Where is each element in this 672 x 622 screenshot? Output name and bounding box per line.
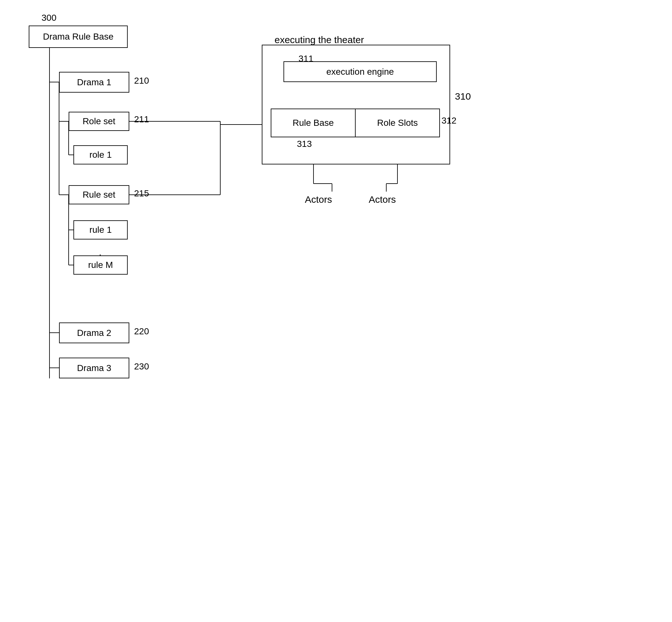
- rule-base-box: Rule Base: [271, 109, 356, 137]
- rule-set-box: Rule set: [69, 185, 129, 204]
- rule-base-roleslots-container: Rule Base Role Slots: [271, 109, 440, 137]
- ref-230: 230: [134, 361, 149, 372]
- drama3-label: Drama 3: [77, 363, 111, 373]
- role1-box: role 1: [73, 145, 128, 165]
- drama1-box: Drama 1: [59, 72, 129, 93]
- actors1-label: Actors: [305, 194, 332, 205]
- execution-engine-label: execution engine: [326, 67, 394, 77]
- executing-label: executing the theater: [275, 34, 364, 45]
- ref-300: 300: [41, 13, 57, 23]
- drama-rule-base-label: Drama Rule Base: [43, 32, 114, 42]
- rule-base-label: Rule Base: [292, 118, 333, 128]
- rule1-label: rule 1: [90, 225, 112, 235]
- rule-set-label: Rule set: [83, 190, 115, 200]
- role-slots-label: Role Slots: [377, 118, 418, 128]
- role-slots-box: Role Slots: [356, 109, 439, 137]
- execution-engine-box: execution engine: [283, 61, 437, 82]
- drama1-label: Drama 1: [77, 77, 111, 88]
- role1-label: role 1: [90, 150, 112, 160]
- ref-310: 310: [455, 91, 471, 102]
- ref-211: 211: [134, 114, 149, 125]
- ref-210: 210: [134, 76, 149, 86]
- ref-312: 312: [441, 115, 457, 126]
- rulem-box: rule M: [73, 255, 128, 275]
- ref-215: 215: [134, 188, 149, 199]
- actors2-label: Actors: [369, 194, 396, 205]
- role-set-label: Role set: [83, 116, 115, 127]
- diagram: 300 executing the theater Drama Rule Bas…: [0, 0, 672, 622]
- ref-220: 220: [134, 326, 149, 337]
- drama3-box: Drama 3: [59, 358, 129, 378]
- ref-313: 313: [297, 139, 312, 149]
- drama2-label: Drama 2: [77, 328, 111, 338]
- role-set-box: Role set: [69, 112, 129, 131]
- drama-rule-base-box: Drama Rule Base: [29, 26, 128, 48]
- rule1-box: rule 1: [73, 220, 128, 239]
- drama2-box: Drama 2: [59, 322, 129, 343]
- rulem-label: rule M: [88, 260, 113, 270]
